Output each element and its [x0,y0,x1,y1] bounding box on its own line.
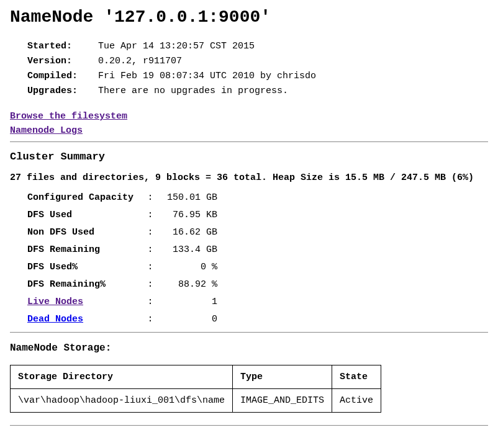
info-block: Started: Tue Apr 14 13:20:57 CST 2015 Ve… [27,39,488,99]
info-compiled: Compiled: Fri Feb 19 08:07:34 UTC 2010 b… [27,69,488,84]
row-dead-nodes: Dead Nodes : 0 [27,311,222,328]
info-compiled-label: Compiled: [27,69,93,84]
divider [10,332,488,333]
dead-nodes-value: 0 [161,311,222,328]
storage-heading: NameNode Storage: [10,343,488,354]
namenode-logs-link[interactable]: Namenode Logs [10,125,83,136]
configured-capacity-value: 150.01 GB [161,189,222,207]
row-live-nodes: Live Nodes : 1 [27,293,222,311]
info-started-label: Started: [27,39,93,54]
storage-data-row: \var\hadoop\hadoop-liuxi_001\dfs\name IM… [11,389,381,413]
cluster-summary-table: Configured Capacity : 150.01 GB DFS Used… [27,189,222,328]
non-dfs-used-value: 16.62 GB [161,224,222,241]
info-upgrades-label: Upgrades: [27,84,93,99]
live-nodes-value: 1 [161,293,222,311]
dfs-used-pct-label: DFS Used% [27,259,144,276]
dfs-used-label: DFS Used [27,207,144,224]
storage-header-row: Storage Directory Type State [11,365,381,389]
storage-type: IMAGE_AND_EDITS [233,389,332,413]
dead-nodes-link[interactable]: Dead Nodes [27,314,83,325]
dfs-used-pct-value: 0 % [161,259,222,276]
storage-dir: \var\hadoop\hadoop-liuxi_001\dfs\name [11,389,233,413]
cluster-summary-heading: Cluster Summary [10,151,488,163]
info-compiled-value: Fri Feb 19 08:07:34 UTC 2010 by chrisdo [98,69,316,84]
dfs-remaining-pct-label: DFS Remaining% [27,276,144,293]
browse-filesystem-link[interactable]: Browse the filesystem [10,111,127,122]
configured-capacity-label: Configured Capacity [27,189,144,207]
page-title: NameNode '127.0.0.1:9000' [10,7,488,27]
dfs-remaining-value: 133.4 GB [161,241,222,259]
info-upgrades: Upgrades: There are no upgrades in progr… [27,84,488,99]
dfs-remaining-pct-value: 88.92 % [161,276,222,293]
row-non-dfs-used: Non DFS Used : 16.62 GB [27,224,222,241]
row-dfs-used: DFS Used : 76.95 KB [27,207,222,224]
row-dfs-remaining-pct: DFS Remaining% : 88.92 % [27,276,222,293]
info-started-value: Tue Apr 14 13:20:57 CST 2015 [98,39,255,54]
cluster-summary-line: 27 files and directories, 9 blocks = 36 … [10,172,488,183]
storage-table: Storage Directory Type State \var\hadoop… [10,365,381,413]
info-version: Version: 0.20.2, r911707 [27,54,488,69]
row-dfs-used-pct: DFS Used% : 0 % [27,259,222,276]
live-nodes-link[interactable]: Live Nodes [27,297,83,307]
info-version-label: Version: [27,54,93,69]
info-version-value: 0.20.2, r911707 [98,54,182,69]
dfs-remaining-label: DFS Remaining [27,241,144,259]
storage-state: Active [332,389,381,413]
row-dfs-remaining: DFS Remaining : 133.4 GB [27,241,222,259]
links-block: Browse the filesystem Namenode Logs [10,110,488,138]
storage-header-type: Type [233,365,332,389]
divider [10,141,488,142]
info-started: Started: Tue Apr 14 13:20:57 CST 2015 [27,39,488,54]
row-configured-capacity: Configured Capacity : 150.01 GB [27,189,222,207]
non-dfs-used-label: Non DFS Used [27,224,144,241]
dfs-used-value: 76.95 KB [161,207,222,224]
divider [10,425,488,426]
storage-header-dir: Storage Directory [11,365,233,389]
info-upgrades-value: There are no upgrades in progress. [98,84,288,99]
storage-header-state: State [332,365,381,389]
